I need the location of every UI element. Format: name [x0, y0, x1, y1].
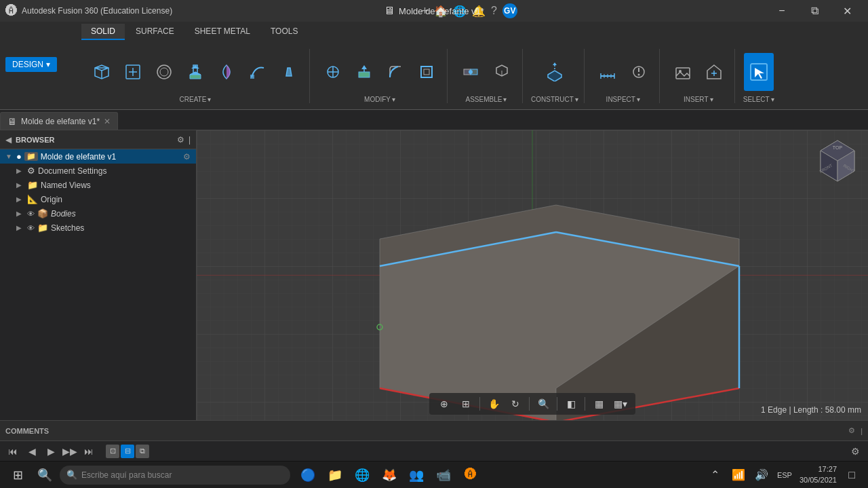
taskbar-clock[interactable]: 17:27 30/05/2021 — [797, 464, 840, 485]
fusion360-taskbar-btn[interactable]: 🅐 — [458, 463, 483, 487]
timeline-last-btn[interactable]: ⏭ — [81, 444, 96, 459]
vp-camera-btn[interactable]: ⊕ — [435, 396, 454, 412]
tree-item-origin[interactable]: ▶ 📐 Origin — [0, 192, 196, 206]
select-btn[interactable] — [744, 53, 774, 91]
doc-tab-close[interactable]: ✕ — [104, 117, 111, 126]
tree-arrow-doc-settings: ▶ — [16, 167, 24, 174]
teams-btn[interactable]: 👥 — [404, 463, 429, 487]
vp-grid-display-btn[interactable]: ▦ — [589, 396, 608, 412]
view-cube[interactable]: TOP FRONT RIGHT — [814, 137, 861, 185]
assemble-group-label[interactable]: ASSEMBLE ▾ — [466, 96, 507, 103]
insert-group-label[interactable]: INSERT ▾ — [684, 96, 713, 103]
app-name-label: Autodesk Fusion 360 (Education License) — [22, 6, 172, 16]
comments-collapse[interactable]: | — [861, 427, 863, 435]
tree-item-sketches[interactable]: ▶ 👁 📁 Sketches — [0, 221, 196, 235]
timeline-first-btn[interactable]: ⏮ — [5, 444, 20, 459]
press-pull-btn[interactable] — [349, 53, 379, 91]
tab-sheet-metal[interactable]: SHEET METAL — [185, 24, 260, 40]
user-avatar[interactable]: GV — [502, 3, 517, 18]
fillet-icon — [386, 62, 405, 81]
tab-solid[interactable]: SOLID — [81, 24, 125, 40]
extrude-btn[interactable] — [180, 53, 210, 91]
fillet-btn[interactable] — [380, 53, 410, 91]
construct-group-label[interactable]: CONSTRUCT ▾ — [531, 96, 578, 103]
vp-pan-btn[interactable]: ✋ — [484, 396, 503, 412]
vp-environment-btn[interactable]: ▦▾ — [611, 396, 630, 412]
measure-btn[interactable] — [593, 53, 623, 91]
restore-btn[interactable]: ⧉ — [799, 0, 830, 22]
create-form-btn[interactable] — [149, 53, 179, 91]
help-btn[interactable]: ? — [491, 5, 497, 17]
taskbar-search-box[interactable]: 🔍 Escribe aquí para buscar — [60, 466, 290, 485]
tray-arrow[interactable]: ⌃ — [705, 463, 726, 487]
vp-zoom-btn[interactable]: 🔍 — [534, 396, 553, 412]
assemble-joint-btn[interactable] — [456, 53, 486, 91]
sketches-visible-icon[interactable]: 👁 — [27, 224, 35, 232]
loft-btn[interactable] — [274, 53, 304, 91]
minimize-btn[interactable]: − — [766, 0, 797, 22]
modify-group-label[interactable]: MODIFY ▾ — [364, 96, 395, 103]
design-mode-btn[interactable]: DESIGN ▾ — [5, 57, 57, 72]
zoom-btn[interactable]: 📹 — [431, 463, 456, 487]
show-desktop-btn[interactable]: □ — [841, 463, 863, 487]
tree-root-settings[interactable]: ⚙ — [183, 152, 191, 162]
tab-tools[interactable]: TOOLS — [261, 24, 307, 40]
tree-item-root[interactable]: ▼ ● 📁 Molde de elefante v1 ⚙ — [0, 149, 196, 164]
browser-settings-icon[interactable]: ⚙ — [177, 135, 184, 145]
construct-plane-btn[interactable] — [540, 53, 570, 91]
firefox-btn[interactable]: 🦊 — [377, 463, 401, 487]
tree-item-named-views[interactable]: ▶ 📁 Named Views — [0, 178, 196, 192]
insert-image-btn[interactable] — [668, 53, 698, 91]
create-sketch-btn[interactable] — [118, 53, 148, 91]
comments-settings[interactable]: ⚙ — [848, 426, 855, 435]
chrome-btn[interactable]: 🌐 — [350, 463, 374, 487]
vp-grid-btn[interactable]: ⊞ — [456, 396, 475, 412]
browser-collapse-icon[interactable]: | — [189, 135, 191, 145]
tray-language[interactable]: ESP — [774, 463, 795, 487]
tab-surface[interactable]: SURFACE — [126, 24, 184, 40]
file-explorer-btn[interactable]: 📁 — [323, 463, 347, 487]
timeline-icon-2[interactable]: ⊟ — [121, 445, 134, 458]
vp-orbit-btn[interactable]: ↻ — [506, 396, 525, 412]
select-group-label[interactable]: SELECT ▾ — [743, 96, 774, 103]
bodies-visible-icon[interactable]: 👁 — [27, 210, 35, 218]
insert-derive-btn[interactable] — [699, 53, 729, 91]
timeline-icon-1[interactable]: ⊡ — [106, 445, 119, 458]
vp-display-btn[interactable]: ◧ — [561, 396, 580, 412]
window-controls[interactable]: − ⧉ ✕ — [766, 0, 863, 22]
timeline-settings-btn[interactable]: ⚙ — [848, 444, 863, 459]
timeline-prev-btn[interactable]: ◀ — [24, 444, 39, 459]
search-btn[interactable]: 🔍 — [33, 463, 57, 487]
tree-item-doc-settings[interactable]: ▶ ⚙ Document Settings — [0, 164, 196, 178]
move-btn[interactable] — [318, 53, 348, 91]
main-area: ◀ BROWSER ⚙ | ▼ ● 📁 Molde de elefante v1… — [0, 130, 868, 420]
create-box-btn[interactable] — [87, 53, 117, 91]
taskbar: ⊞ 🔍 🔍 Escribe aquí para buscar 🔵 📁 🌐 🦊 👥… — [0, 461, 868, 488]
timeline-next-btn[interactable]: ▶▶ — [62, 444, 77, 459]
assemble-new-component-btn[interactable] — [487, 53, 517, 91]
tray-network[interactable]: 📶 — [728, 463, 749, 487]
start-btn[interactable]: ⊞ — [5, 463, 30, 487]
vp-separator-4 — [585, 397, 585, 411]
tree-item-bodies[interactable]: ▶ 👁 📦 Bodies — [0, 206, 196, 221]
inspect-extra-btn[interactable] — [624, 53, 654, 91]
timeline-icons: ⊡ ⊟ ⧉ — [106, 445, 149, 458]
doc-tab-label: Molde de elefante v1* — [21, 117, 100, 126]
viewport[interactable]: TOP FRONT RIGHT ⊕ ⊞ ✋ ↻ 🔍 ◧ ▦ ▦▾ 1 Edge … — [197, 130, 868, 420]
doc-settings-icon: ⚙ — [27, 166, 35, 176]
timeline-play-btn[interactable]: ▶ — [43, 444, 58, 459]
close-btn[interactable]: ✕ — [831, 0, 863, 22]
joint-icon — [461, 62, 480, 81]
tree-arrow-origin: ▶ — [16, 195, 24, 203]
document-tab[interactable]: 🖥 Molde de elefante v1* ✕ — [0, 112, 118, 130]
timeline-icon-3[interactable]: ⧉ — [136, 445, 149, 458]
revolve-btn[interactable] — [212, 53, 241, 91]
tray-volume[interactable]: 🔊 — [751, 463, 772, 487]
shell-btn[interactable] — [412, 53, 441, 91]
inspect-group-label[interactable]: INSPECT ▾ — [606, 96, 640, 103]
origin-icon: 📐 — [27, 194, 38, 204]
create-group-label[interactable]: CREATE ▾ — [180, 96, 212, 103]
sweep-btn[interactable] — [243, 53, 273, 91]
cortana-btn[interactable]: 🔵 — [296, 463, 320, 487]
svg-point-25 — [469, 70, 473, 74]
